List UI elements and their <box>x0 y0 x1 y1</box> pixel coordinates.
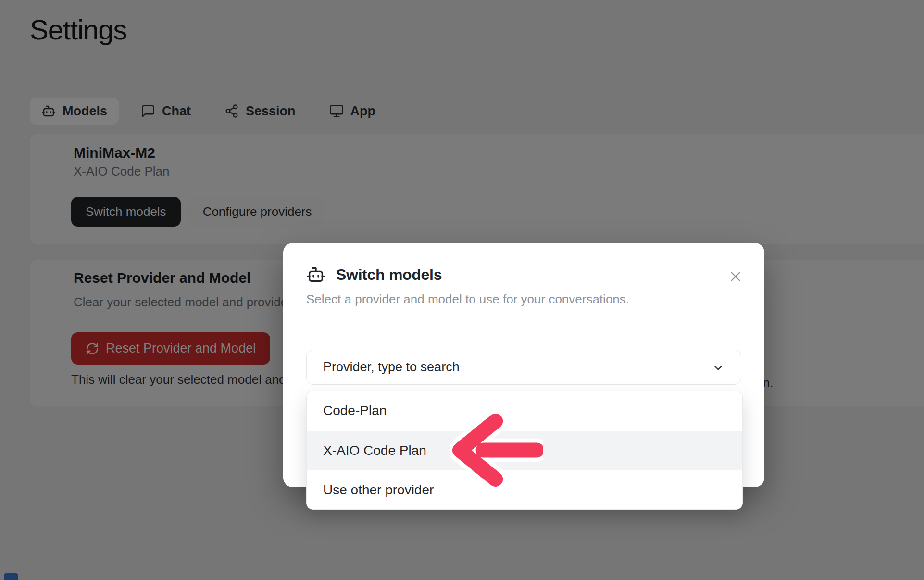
option-use-other-provider[interactable]: Use other provider <box>307 470 742 510</box>
provider-select-value: Provider, type to search <box>323 360 460 375</box>
close-button[interactable] <box>729 270 742 283</box>
option-code-plan[interactable]: Code-Plan <box>307 391 742 431</box>
chevron-down-icon <box>712 362 724 374</box>
dialog-title: Switch models <box>336 266 442 284</box>
dialog-subtitle: Select a provider and model to use for y… <box>306 292 629 307</box>
dialog-header: Switch models <box>306 265 442 284</box>
close-icon <box>729 270 742 283</box>
bot-icon <box>306 265 325 284</box>
screen: Settings Models Chat Sessi <box>0 0 924 580</box>
provider-options-list: Code-Plan X-AIO Code Plan Use other prov… <box>306 391 743 510</box>
provider-select[interactable]: Provider, type to search <box>306 350 741 385</box>
option-x-aio-code-plan[interactable]: X-AIO Code Plan <box>307 431 742 471</box>
